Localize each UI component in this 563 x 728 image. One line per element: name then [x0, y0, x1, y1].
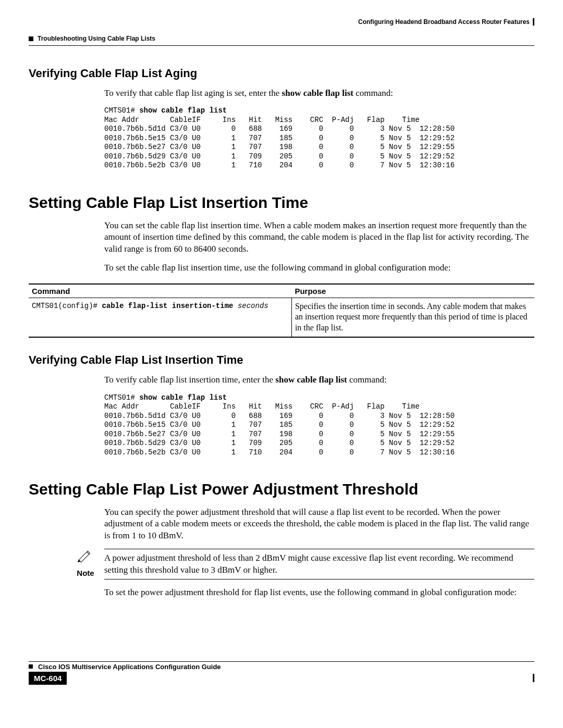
heading-verify-insertion: Verifying Cable Flap List Insertion Time [29, 353, 534, 367]
insertion-command-table: Command Purpose CMTS01(config)# cable fl… [29, 283, 534, 338]
page: Configuring Headend Broadband Access Rou… [0, 0, 563, 700]
footer-end-bar [533, 674, 534, 682]
footer-guide: Cisco IOS Multiservice Applications Conf… [38, 663, 221, 671]
power-p1: You can specify the power adjustment thr… [104, 507, 534, 541]
header-right-bar [533, 18, 534, 26]
terminal-output-insertion: CMTS01# show cable flap list Mac Addr Ca… [104, 393, 534, 458]
terminal-output-aging: CMTS01# show cable flap list Mac Addr Ca… [104, 106, 534, 170]
th-command: Command [29, 284, 291, 298]
aging-intro: To verify that cable flap list aging is … [104, 88, 534, 99]
insertion-p1: You can set the cable flap list insertio… [104, 220, 534, 255]
header-right-text: Configuring Headend Broadband Access Rou… [358, 18, 530, 26]
purpose-cell: Specifies the insertion time in seconds.… [291, 298, 534, 337]
page-number-badge: MC-604 [29, 672, 67, 685]
verify-insertion-intro: To verify cable flap list insertion time… [104, 374, 534, 386]
heading-power: Setting Cable Flap List Power Adjustment… [29, 480, 534, 498]
power-p2: To set the power adjustment threshold fo… [104, 587, 534, 598]
page-footer: Cisco IOS Multiservice Applications Conf… [29, 661, 534, 671]
page-header: Configuring Headend Broadband Access Rou… [29, 18, 534, 46]
header-left-marker [29, 36, 33, 41]
heading-aging: Verifying Cable Flap List Aging [29, 67, 534, 80]
cmd-cell: CMTS01(config)# cable flap-list insertio… [29, 298, 291, 337]
table-row: CMTS01(config)# cable flap-list insertio… [29, 298, 534, 337]
note-text: A power adjustment threshold of less tha… [104, 549, 534, 579]
note-block: Note A power adjustment threshold of les… [73, 549, 534, 579]
footer-marker [29, 664, 33, 669]
note-label: Note [73, 568, 98, 578]
insertion-p2: To set the cable flap list insertion tim… [104, 262, 534, 274]
th-purpose: Purpose [291, 284, 534, 298]
heading-insertion: Setting Cable Flap List Insertion Time [29, 194, 534, 212]
note-pencil-icon [77, 554, 94, 564]
header-left-text: Troubleshooting Using Cable Flap Lists [38, 35, 155, 42]
